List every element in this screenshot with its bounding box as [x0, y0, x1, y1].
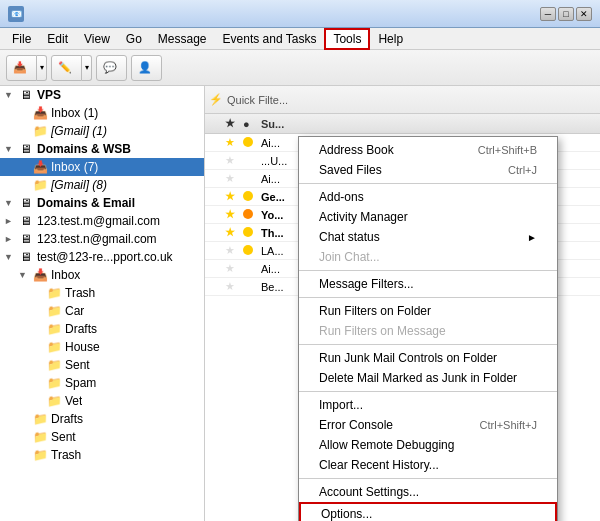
tools-menu-item-remote-debug[interactable]: Allow Remote Debugging [299, 435, 557, 455]
tools-menu-item-addons[interactable]: Add-ons [299, 187, 557, 207]
menu-item-tools[interactable]: Tools [324, 28, 370, 50]
sidebar-item[interactable]: 📁Spam [0, 374, 204, 392]
sidebar-item[interactable]: 📥Inbox (1) [0, 104, 204, 122]
sidebar-item[interactable]: ▼🖥test@123-re...pport.co.uk [0, 248, 204, 266]
sidebar-item[interactable]: ▼🖥Domains & Email [0, 194, 204, 212]
tools-menu-item-chat-status[interactable]: Chat status► [299, 227, 557, 247]
sidebar-item[interactable]: 📁Sent [0, 356, 204, 374]
sidebar-item-label: test@123-re...pport.co.uk [37, 250, 173, 264]
tools-menu-item-saved-files[interactable]: Saved FilesCtrl+J [299, 160, 557, 180]
sidebar-item-label: Car [65, 304, 84, 318]
menu-item-file[interactable]: File [4, 28, 39, 50]
menu-separator [299, 391, 557, 392]
get-mail-dropdown[interactable]: ▾ [37, 55, 47, 81]
menu-item-shortcut: Ctrl+J [508, 164, 537, 176]
close-button[interactable]: ✕ [576, 7, 592, 21]
address-button[interactable]: 👤 [131, 55, 162, 81]
tree-arrow-icon: ▼ [18, 270, 32, 280]
menu-item-go[interactable]: Go [118, 28, 150, 50]
write-button[interactable]: ✏️ [51, 55, 82, 81]
folder-icon: 📥 [32, 105, 48, 121]
sidebar-item[interactable]: 📁Trash [0, 446, 204, 464]
sidebar-item[interactable]: 📁Sent [0, 428, 204, 446]
tools-menu-item-clear-history[interactable]: Clear Recent History... [299, 455, 557, 475]
tools-menu-item-account-settings[interactable]: Account Settings... [299, 482, 557, 502]
sidebar-item[interactable]: 📁Trash [0, 284, 204, 302]
write-icon: ✏️ [58, 61, 72, 74]
menu-item-label: Message Filters... [319, 277, 414, 291]
star-icon[interactable]: ★ [225, 226, 243, 239]
tools-menu-item-msg-filters[interactable]: Message Filters... [299, 274, 557, 294]
chat-button[interactable]: 💬 [96, 55, 127, 81]
tools-menu-item-error-console[interactable]: Error ConsoleCtrl+Shift+J [299, 415, 557, 435]
folder-icon: 🖥 [18, 213, 34, 229]
folder-icon: 📁 [32, 123, 48, 139]
tree-arrow-icon: ▼ [4, 144, 18, 154]
sidebar-item[interactable]: 📁[Gmail] (1) [0, 122, 204, 140]
menu-item-help[interactable]: Help [370, 28, 411, 50]
get-mail-icon: 📥 [13, 61, 27, 74]
sidebar-item[interactable]: ►🖥123.test.n@gmail.com [0, 230, 204, 248]
minimize-button[interactable]: ─ [540, 7, 556, 21]
sidebar-item[interactable]: 📥Inbox (7) [0, 158, 204, 176]
message-list-header: ★ ● Su... [205, 114, 600, 134]
main-area: ▼🖥VPS📥Inbox (1)📁[Gmail] (1)▼🖥Domains & W… [0, 86, 600, 521]
menu-item-shortcut: Ctrl+Shift+B [478, 144, 537, 156]
sidebar-item-label: Sent [65, 358, 90, 372]
sidebar-item-label: Spam [65, 376, 96, 390]
sidebar-item[interactable]: ▼🖥Domains & WSB [0, 140, 204, 158]
folder-icon: 📁 [46, 393, 62, 409]
star-icon[interactable]: ★ [225, 154, 243, 167]
folder-icon: 🖥 [18, 231, 34, 247]
menu-item-label: Activity Manager [319, 210, 408, 224]
folder-icon: 📁 [46, 285, 62, 301]
sidebar-item-label: VPS [37, 88, 61, 102]
maximize-button[interactable]: □ [558, 7, 574, 21]
sidebar-item[interactable]: ▼🖥VPS [0, 86, 204, 104]
menu-item-view[interactable]: View [76, 28, 118, 50]
star-icon[interactable]: ★ [225, 280, 243, 293]
menu-item-label: Import... [319, 398, 363, 412]
sidebar-item[interactable]: ►🖥123.test.m@gmail.com [0, 212, 204, 230]
sidebar-item-label: Drafts [65, 322, 97, 336]
star-icon[interactable]: ★ [225, 172, 243, 185]
tools-menu-item-run-filters-folder[interactable]: Run Filters on Folder [299, 301, 557, 321]
tools-menu-item-import[interactable]: Import... [299, 395, 557, 415]
sidebar-item-label: Inbox (7) [51, 160, 98, 174]
get-mail-button[interactable]: 📥 [6, 55, 37, 81]
sidebar-item[interactable]: ▼📥Inbox [0, 266, 204, 284]
sidebar-item[interactable]: 📁Vet [0, 392, 204, 410]
write-dropdown[interactable]: ▾ [82, 55, 92, 81]
sidebar: ▼🖥VPS📥Inbox (1)📁[Gmail] (1)▼🖥Domains & W… [0, 86, 205, 521]
tag-indicator [243, 209, 261, 221]
tree-arrow-icon: ▼ [4, 90, 18, 100]
tools-menu-item-junk-folder[interactable]: Run Junk Mail Controls on Folder [299, 348, 557, 368]
tools-menu-item-address-book[interactable]: Address BookCtrl+Shift+B [299, 140, 557, 160]
star-icon[interactable]: ★ [225, 208, 243, 221]
star-icon[interactable]: ★ [225, 244, 243, 257]
menu-item-edit[interactable]: Edit [39, 28, 76, 50]
menu-item-message[interactable]: Message [150, 28, 215, 50]
tools-menu-item-activity[interactable]: Activity Manager [299, 207, 557, 227]
sidebar-item[interactable]: 📁[Gmail] (8) [0, 176, 204, 194]
tools-menu-item-options[interactable]: Options... [299, 502, 557, 521]
tools-menu-item-delete-junk[interactable]: Delete Mail Marked as Junk in Folder [299, 368, 557, 388]
menu-separator [299, 270, 557, 271]
sidebar-item[interactable]: 📁Drafts [0, 410, 204, 428]
star-icon[interactable]: ★ [225, 190, 243, 203]
sidebar-item[interactable]: 📁House [0, 338, 204, 356]
sidebar-item-label: Domains & Email [37, 196, 135, 210]
sidebar-item-label: House [65, 340, 100, 354]
sidebar-item-label: Vet [65, 394, 82, 408]
sidebar-item[interactable]: 📁Drafts [0, 320, 204, 338]
star-icon[interactable]: ★ [225, 136, 243, 149]
tree-arrow-icon: ▼ [4, 198, 18, 208]
sidebar-item-label: Trash [51, 448, 81, 462]
col-star: ★ [225, 117, 243, 130]
chat-icon: 💬 [103, 61, 117, 74]
folder-icon: 📁 [46, 321, 62, 337]
menu-item-events[interactable]: Events and Tasks [215, 28, 325, 50]
sidebar-item-label: [Gmail] (1) [51, 124, 107, 138]
star-icon[interactable]: ★ [225, 262, 243, 275]
sidebar-item[interactable]: 📁Car [0, 302, 204, 320]
